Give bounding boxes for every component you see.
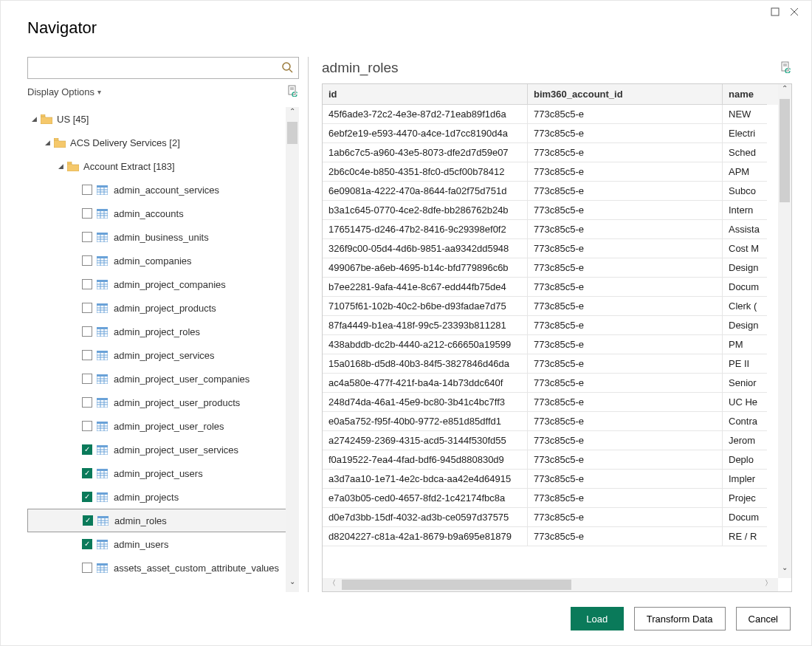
checkbox[interactable] xyxy=(82,255,92,266)
table-icon xyxy=(97,280,108,289)
checkbox[interactable] xyxy=(82,279,92,289)
column-header-bim360_account_id[interactable]: bim360_account_id xyxy=(528,84,723,105)
collapse-icon[interactable]: ◢ xyxy=(30,115,38,123)
scroll-right-icon[interactable]: 〉 xyxy=(759,578,778,591)
scroll-left-icon[interactable]: 〈 xyxy=(323,578,342,591)
table-row[interactable]: e7a03b05-ced0-4657-8fd2-1c42174fbc8a773c… xyxy=(323,489,791,508)
table-row[interactable]: b7ee2281-9afa-441e-8c67-edd44fb75de4773c… xyxy=(323,278,791,297)
tree-table-admin_project_products[interactable]: admin_project_products xyxy=(27,296,299,320)
cell-name: Subco xyxy=(723,182,767,201)
cell-name: RE / R xyxy=(723,527,767,546)
tree-table-admin_roles[interactable]: ✓admin_roles xyxy=(27,509,299,532)
table-row[interactable]: 248d74da-46a1-45e9-bc80-3b41c4bc7ff3773c… xyxy=(323,393,791,412)
tree-folder-root[interactable]: ◢US [45] xyxy=(27,107,299,131)
load-button[interactable]: Load xyxy=(571,607,624,630)
checkbox[interactable]: ✓ xyxy=(83,515,93,526)
scroll-up-icon[interactable]: ⌃ xyxy=(286,107,299,122)
tree-table-admin_business_units[interactable]: admin_business_units xyxy=(27,225,299,249)
scroll-down-icon[interactable]: ⌄ xyxy=(778,563,791,578)
column-header-name[interactable]: name xyxy=(723,84,767,105)
tree-table-admin_project_user_companies[interactable]: admin_project_user_companies xyxy=(27,367,299,391)
checkbox[interactable] xyxy=(82,374,92,384)
tree-label: US [45] xyxy=(57,114,89,125)
table-row[interactable]: e0a5a752-f95f-40b0-9772-e851d85dffd1773c… xyxy=(323,412,791,431)
tree-table-admin_projects[interactable]: ✓admin_projects xyxy=(27,485,299,509)
tree-table-assets_asset_custom_attribute_values[interactable]: assets_asset_custom_attribute_values xyxy=(27,556,299,580)
collapse-icon[interactable]: ◢ xyxy=(57,162,64,170)
checkbox[interactable] xyxy=(82,232,92,242)
tree-folder-acs[interactable]: ◢ACS Delivery Services [2] xyxy=(27,131,299,154)
refresh-icon[interactable] xyxy=(287,85,299,99)
tree-table-admin_project_users[interactable]: ✓admin_project_users xyxy=(27,461,299,485)
scroll-up-icon[interactable]: ⌃ xyxy=(778,84,791,99)
collapse-icon[interactable]: ◢ xyxy=(44,139,51,146)
table-row[interactable]: 45f6ade3-72c2-4e3e-87d2-71eab89f1d6a773c… xyxy=(323,105,791,124)
scroll-thumb[interactable] xyxy=(287,122,297,144)
table-row[interactable]: 71075f61-102b-40c2-b6be-d93fadae7d75773c… xyxy=(323,297,791,316)
scroll-down-icon[interactable]: ⌄ xyxy=(286,577,299,592)
checkbox[interactable]: ✓ xyxy=(82,492,92,502)
table-row[interactable]: a3d7aa10-1e71-4e2c-bdca-aa42e4d64915773c… xyxy=(323,470,791,489)
tree-table-admin_accounts[interactable]: admin_accounts xyxy=(27,202,299,225)
scroll-thumb[interactable] xyxy=(342,580,571,590)
search-input[interactable] xyxy=(34,63,281,74)
table-row[interactable]: ac4a580e-477f-421f-ba4a-14b73ddc640f773c… xyxy=(323,374,791,393)
checkbox[interactable]: ✓ xyxy=(82,468,92,478)
tree-table-admin_account_services[interactable]: admin_account_services xyxy=(27,178,299,202)
checkbox[interactable] xyxy=(82,563,92,573)
table-row[interactable]: 499067be-a6eb-4695-b14c-bfd779896c6b773c… xyxy=(323,258,791,278)
tree-table-admin_project_companies[interactable]: admin_project_companies xyxy=(27,272,299,296)
tree-table-admin_project_services[interactable]: admin_project_services xyxy=(27,343,299,367)
table-row[interactable]: 2b6c0c4e-b850-4351-8fc0-d5cf00b78412773c… xyxy=(323,162,791,182)
checkbox[interactable]: ✓ xyxy=(82,444,92,455)
cell-name: Assista xyxy=(723,220,767,239)
table-row[interactable]: 438abddb-dc2b-4440-a212-c66650a19599773c… xyxy=(323,335,791,354)
table-row[interactable]: 6ebf2e19-e593-4470-a4ce-1d7cc8190d4a773c… xyxy=(323,124,791,143)
table-row[interactable]: b3a1c645-0770-4ce2-8dfe-bb286762b24b773c… xyxy=(323,201,791,220)
refresh-preview-icon[interactable] xyxy=(780,61,792,75)
checkbox[interactable] xyxy=(82,421,92,431)
tree-table-admin_project_user_roles[interactable]: admin_project_user_roles xyxy=(27,414,299,438)
checkbox[interactable] xyxy=(82,397,92,408)
checkbox[interactable] xyxy=(82,208,92,219)
checkbox[interactable] xyxy=(82,185,92,195)
transform-data-button[interactable]: Transform Data xyxy=(634,607,726,630)
checkbox[interactable] xyxy=(82,350,92,360)
svg-rect-5 xyxy=(289,86,295,95)
cell-name: Docum xyxy=(723,508,767,527)
checkbox[interactable]: ✓ xyxy=(82,539,92,549)
tree-table-admin_companies[interactable]: admin_companies xyxy=(27,249,299,272)
cancel-button[interactable]: Cancel xyxy=(736,607,791,630)
table-row[interactable]: 1ab6c7c5-a960-43e5-8073-dfe2d7d59e07773c… xyxy=(323,143,791,162)
scroll-thumb[interactable] xyxy=(780,99,790,202)
table-row[interactable]: 17651475-d246-47b2-8416-9c29398ef0f2773c… xyxy=(323,220,791,239)
search-icon[interactable] xyxy=(281,61,294,76)
tree-table-admin_users[interactable]: ✓admin_users xyxy=(27,532,299,556)
display-options-button[interactable]: Display Options ▾ xyxy=(27,86,101,97)
checkbox[interactable] xyxy=(82,326,92,337)
cell-id: 438abddb-dc2b-4440-a212-c66650a19599 xyxy=(323,335,528,354)
table-icon xyxy=(97,422,108,431)
tree-table-admin_project_user_services[interactable]: ✓admin_project_user_services xyxy=(27,438,299,461)
table-row[interactable]: 326f9c00-05d4-4d6b-9851-aa9342dd5948773c… xyxy=(323,239,791,258)
table-row[interactable]: d0e7d3bb-15df-4032-ad3b-ce0597d37575773c… xyxy=(323,508,791,527)
search-box[interactable] xyxy=(27,57,299,79)
cell-name: Impler xyxy=(723,470,767,489)
tree-table-admin_project_roles[interactable]: admin_project_roles xyxy=(27,320,299,343)
data-grid[interactable]: idbim360_account_idname 45f6ade3-72c2-4e… xyxy=(322,83,792,592)
table-row[interactable]: f0a19522-7ea4-4fad-bdf6-945d880830d9773c… xyxy=(323,450,791,470)
table-row[interactable]: 87fa4449-b1ea-418f-99c5-23393b811281773c… xyxy=(323,316,791,335)
table-row[interactable]: a2742459-2369-4315-acd5-3144f530fd55773c… xyxy=(323,431,791,450)
table-row[interactable]: 15a0168b-d5d8-40b3-84f5-3827846d46da773c… xyxy=(323,354,791,374)
tree-scrollbar[interactable]: ⌃ ⌄ xyxy=(286,107,299,592)
column-header-id[interactable]: id xyxy=(323,84,528,105)
grid-horizontal-scrollbar[interactable]: 〈 〉 xyxy=(323,578,778,591)
table-row[interactable]: d8204227-c81a-42a1-8679-b9a695e81879773c… xyxy=(323,527,791,546)
grid-vertical-scrollbar[interactable]: ⌃ ⌄ xyxy=(778,84,791,578)
checkbox[interactable] xyxy=(82,303,92,313)
cell-name: APM xyxy=(723,162,767,182)
tree-table-admin_project_user_products[interactable]: admin_project_user_products xyxy=(27,391,299,414)
tree[interactable]: ◢US [45]◢ACS Delivery Services [2]◢Accou… xyxy=(27,107,299,592)
tree-folder-account-extract[interactable]: ◢Account Extract [183] xyxy=(27,154,299,178)
table-row[interactable]: 6e09081a-4222-470a-8644-fa02f75d751d773c… xyxy=(323,182,791,201)
